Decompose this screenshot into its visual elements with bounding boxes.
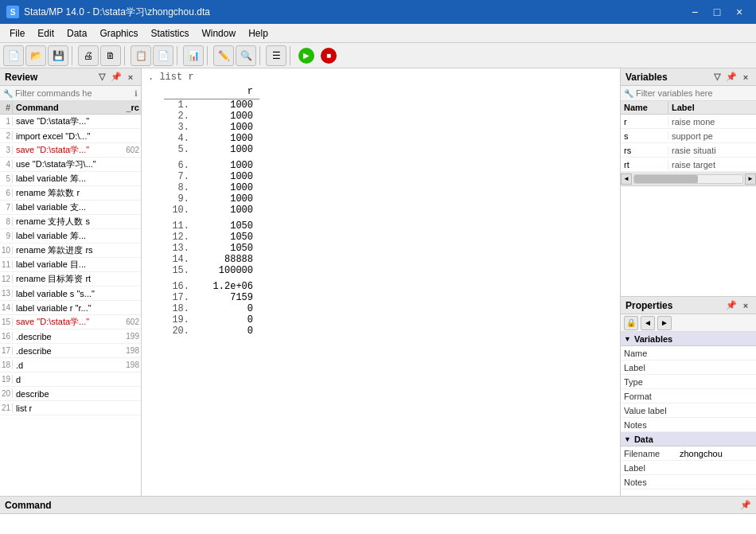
vars-pin-icon[interactable]: 📌 — [726, 72, 737, 83]
menu-help[interactable]: Help — [242, 26, 275, 41]
review-row-num: 1 — [0, 117, 13, 126]
review-row-cmd: label variable s "s..." — [13, 289, 112, 298]
vars-filter-input[interactable] — [636, 88, 753, 98]
command-input-area[interactable] — [0, 514, 756, 534]
review-row[interactable]: 17 .describe 198 — [0, 344, 141, 358]
menu-data[interactable]: Data — [60, 26, 93, 41]
review-row[interactable]: 7 label variable 支... — [0, 201, 141, 215]
review-filter-icon[interactable]: ▽ — [96, 72, 107, 83]
toolbar-run-btn[interactable]: ▶ — [296, 45, 317, 66]
review-row[interactable]: 11 label variable 目... — [0, 258, 141, 272]
toolbar-new[interactable]: 📄 — [3, 45, 24, 66]
props-prev-btn[interactable]: ◄ — [641, 316, 655, 330]
review-row[interactable]: 13 label variable s "s..." — [0, 286, 141, 301]
toolbar-log[interactable]: 📋 — [131, 45, 151, 66]
output-row: 18. 0 — [164, 303, 259, 314]
var-name: rs — [621, 146, 668, 155]
review-row-cmd: rename 支持人数 s — [13, 216, 112, 228]
toolbar-open[interactable]: 📂 — [25, 45, 46, 66]
menu-file[interactable]: File — [3, 26, 31, 41]
vars-close-icon[interactable]: × — [740, 72, 751, 83]
review-row[interactable]: 15 save "D:\stata学..." 602 — [0, 315, 141, 329]
scroll-left-arrow[interactable]: ◄ — [621, 173, 632, 185]
review-row-num: 20 — [0, 389, 13, 398]
props-pin-icon[interactable]: 📌 — [726, 300, 737, 311]
review-row[interactable]: 21 list r — [0, 401, 141, 415]
review-row[interactable]: 2 import excel "D:\..." — [0, 129, 141, 143]
review-row-num: 8 — [0, 217, 13, 226]
toolbar-edit-data[interactable]: ✏️ — [213, 45, 234, 66]
menu-graphics[interactable]: Graphics — [93, 26, 144, 41]
output-row-num: 7. — [164, 171, 196, 182]
props-var-row: Format — [621, 389, 756, 403]
maximize-button[interactable]: □ — [707, 2, 727, 22]
review-row[interactable]: 20 describe — [0, 387, 141, 401]
toolbar-viewer[interactable]: 📄 — [153, 45, 173, 66]
review-row[interactable]: 19 d — [0, 372, 141, 387]
output-row-val: 100000 — [196, 265, 259, 276]
var-label: raise mone — [668, 117, 756, 127]
props-data-section[interactable]: ▼ Data — [621, 432, 756, 446]
review-pin-icon[interactable]: 📌 — [111, 72, 122, 83]
output-row-val: 1000 — [196, 111, 259, 122]
scroll-thumb — [634, 175, 698, 183]
review-row-num: 5 — [0, 174, 13, 183]
vars-filter-icon[interactable]: ▽ — [711, 72, 723, 83]
scroll-right-arrow[interactable]: ► — [745, 173, 756, 185]
props-data-row: Label — [621, 461, 756, 475]
toolbar-print[interactable]: 🖨 — [78, 45, 99, 66]
review-row[interactable]: 14 label variable r "r..." — [0, 301, 141, 315]
command-pin-icon[interactable]: 📌 — [740, 500, 751, 511]
review-row[interactable]: 1 save "D:\stata学..." — [0, 115, 141, 129]
minimize-button[interactable]: − — [684, 2, 705, 22]
review-row[interactable]: 6 rename 筹款数 r — [0, 186, 141, 201]
output-row: 19. 0 — [164, 314, 259, 325]
review-row[interactable]: 12 rename 目标筹资 rt — [0, 272, 141, 286]
toolbar-chart[interactable]: 📊 — [183, 45, 204, 66]
review-row-cmd: rename 目标筹资 rt — [13, 273, 112, 285]
review-row[interactable]: 3 save "D:\stata学..." 602 — [0, 143, 141, 158]
output-row-val: 7159 — [196, 292, 259, 303]
vars-row[interactable]: rt raise target — [621, 158, 756, 172]
props-lock-btn[interactable]: 🔒 — [624, 316, 638, 330]
toolbar-vars[interactable]: ☰ — [266, 45, 286, 66]
vars-row[interactable]: rs rasie situati — [621, 143, 756, 158]
review-filter-input[interactable] — [15, 88, 132, 98]
props-data-row: Filename zhongchou — [621, 446, 756, 461]
toolbar-browse[interactable]: 🔍 — [236, 45, 256, 66]
close-button[interactable]: × — [729, 2, 750, 22]
review-row[interactable]: 16 .describe 199 — [0, 329, 141, 344]
review-row[interactable]: 8 rename 支持人数 s — [0, 215, 141, 229]
toolbar-preview[interactable]: 🗎 — [100, 45, 121, 66]
review-row-cmd: import excel "D:\..." — [13, 131, 112, 141]
review-row[interactable]: 4 use "D:\stata学习\..." — [0, 158, 141, 172]
vars-scrollbar[interactable]: ◄ ► — [621, 172, 756, 186]
filter-help-icon[interactable]: ℹ — [134, 89, 138, 98]
output-row-val: 1000 — [196, 171, 259, 182]
output-row: 12. 1050 — [164, 232, 259, 243]
props-data-val: zhongchou — [680, 449, 753, 458]
review-row[interactable]: 10 rename 筹款进度 rs — [0, 244, 141, 258]
output-row-val: 0 — [196, 303, 259, 314]
review-row[interactable]: 9 label variable 筹... — [0, 229, 141, 244]
props-next-btn[interactable]: ► — [657, 316, 672, 330]
menu-statistics[interactable]: Statistics — [144, 26, 195, 41]
toolbar-stop-btn[interactable]: ■ — [318, 45, 339, 66]
menu-edit[interactable]: Edit — [31, 26, 60, 41]
review-close-icon[interactable]: × — [125, 72, 136, 83]
review-row[interactable]: 5 label variable 筹... — [0, 172, 141, 186]
props-var-row: Name — [621, 346, 756, 361]
vars-row[interactable]: r raise mone — [621, 115, 756, 129]
props-variables-section[interactable]: ▼ Variables — [621, 332, 756, 346]
review-row[interactable]: 18 .d 198 — [0, 358, 141, 372]
main-area: Review ▽ 📌 × 🔧 ℹ # Command _rc 1 save "D… — [0, 68, 756, 534]
output-content[interactable]: . list r r 1. 1000 2. 1000 3. 10 — [142, 68, 620, 496]
vars-row[interactable]: s support pe — [621, 129, 756, 143]
props-close-icon[interactable]: × — [740, 300, 751, 311]
review-row-num: 6 — [0, 189, 13, 197]
output-row-num: 3. — [164, 122, 196, 133]
menu-window[interactable]: Window — [195, 26, 242, 41]
command-input[interactable] — [5, 519, 751, 530]
toolbar-save[interactable]: 💾 — [48, 45, 68, 66]
props-var-row: Value label — [621, 403, 756, 418]
